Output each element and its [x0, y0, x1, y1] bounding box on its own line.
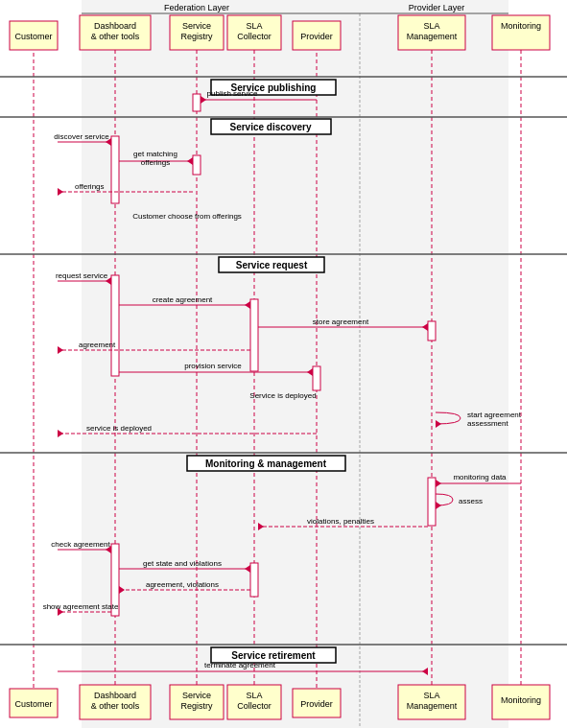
- svg-text:Dashboard: Dashboard: [94, 21, 136, 31]
- svg-text:provision service: provision service: [184, 362, 242, 370]
- svg-text:publish service: publish service: [207, 89, 258, 98]
- svg-text:offerings: offerings: [141, 158, 171, 167]
- svg-text:Provider: Provider: [300, 32, 333, 41]
- svg-text:Management: Management: [407, 701, 458, 711]
- svg-text:Service is deployed: Service is deployed: [249, 391, 316, 400]
- svg-rect-119: [170, 685, 224, 719]
- svg-rect-122: [227, 685, 281, 719]
- svg-rect-28: [492, 15, 550, 50]
- svg-marker-86: [58, 430, 63, 437]
- svg-text:Monitoring: Monitoring: [501, 21, 541, 31]
- svg-rect-17: [170, 15, 224, 50]
- svg-rect-97: [111, 544, 119, 616]
- svg-text:store agreement: store agreement: [313, 317, 369, 326]
- svg-text:get state and violations: get state and violations: [143, 559, 222, 568]
- svg-text:Service: Service: [182, 691, 211, 700]
- svg-text:check agreement: check agreement: [51, 540, 110, 549]
- svg-text:Service discovery: Service discovery: [229, 122, 311, 132]
- svg-marker-100: [106, 546, 111, 553]
- svg-text:Customer choose from offerings: Customer choose from offerings: [132, 212, 242, 221]
- svg-text:Service publishing: Service publishing: [231, 82, 317, 93]
- svg-marker-90: [436, 480, 441, 487]
- svg-rect-14: [80, 15, 151, 50]
- svg-rect-0: [82, 0, 508, 728]
- svg-rect-23: [293, 21, 341, 50]
- svg-text:monitoring data: monitoring data: [453, 473, 507, 481]
- svg-rect-127: [398, 685, 465, 719]
- svg-marker-112: [422, 668, 428, 675]
- svg-rect-70: [428, 321, 436, 341]
- svg-text:SLA: SLA: [423, 691, 439, 700]
- svg-text:assess: assess: [459, 497, 483, 505]
- svg-text:service is deployed: service is deployed: [86, 424, 152, 433]
- svg-marker-106: [119, 586, 125, 594]
- svg-rect-35: [211, 80, 336, 95]
- svg-rect-88: [428, 478, 436, 526]
- svg-text:Collector: Collector: [237, 32, 272, 41]
- svg-text:& other tools: & other tools: [91, 32, 140, 41]
- svg-marker-51: [106, 138, 111, 146]
- svg-text:start agreement: start agreement: [467, 411, 522, 419]
- svg-text:agreement, violations: agreement, violations: [146, 580, 219, 589]
- svg-text:Monitoring: Monitoring: [501, 695, 541, 705]
- svg-rect-62: [111, 275, 119, 376]
- svg-marker-47: [201, 96, 206, 104]
- svg-rect-49: [111, 136, 119, 203]
- diagram-svg: Federation Layer Provider Layer Customer…: [0, 0, 567, 728]
- svg-text:Provider Layer: Provider Layer: [409, 3, 465, 12]
- svg-text:Monitoring & management: Monitoring & management: [205, 458, 327, 469]
- svg-marker-72: [422, 323, 428, 331]
- svg-text:Customer: Customer: [14, 699, 52, 709]
- svg-text:Service request: Service request: [236, 260, 308, 270]
- svg-text:create agreement: create agreement: [153, 295, 213, 304]
- svg-text:SLA: SLA: [246, 691, 262, 700]
- svg-rect-125: [293, 689, 341, 717]
- svg-rect-39: [219, 257, 324, 272]
- svg-text:show agreement state: show agreement state: [43, 602, 119, 611]
- svg-rect-116: [80, 685, 151, 719]
- svg-marker-103: [245, 565, 250, 573]
- svg-text:get matching: get matching: [133, 150, 177, 158]
- svg-rect-130: [492, 685, 550, 719]
- svg-text:Federation Layer: Federation Layer: [164, 3, 229, 12]
- svg-rect-12: [10, 21, 58, 50]
- svg-text:Registry: Registry: [180, 32, 213, 41]
- svg-text:Collector: Collector: [237, 701, 272, 711]
- svg-rect-41: [187, 456, 345, 471]
- svg-text:agreement: agreement: [79, 341, 116, 349]
- svg-text:terminate agreement: terminate agreement: [204, 661, 276, 669]
- svg-text:Service: Service: [182, 21, 211, 31]
- svg-rect-20: [227, 15, 281, 50]
- svg-marker-79: [307, 368, 313, 376]
- svg-text:SLA: SLA: [423, 21, 439, 31]
- svg-marker-109: [58, 608, 63, 616]
- svg-text:Customer: Customer: [14, 32, 52, 41]
- svg-rect-45: [193, 94, 201, 111]
- svg-rect-53: [193, 155, 201, 175]
- svg-text:& other tools: & other tools: [91, 701, 140, 711]
- svg-rect-98: [250, 563, 258, 597]
- svg-text:discover service: discover service: [54, 132, 109, 141]
- svg-rect-37: [211, 119, 331, 134]
- svg-rect-114: [10, 689, 58, 717]
- svg-rect-25: [398, 15, 465, 50]
- svg-marker-59: [58, 188, 63, 196]
- svg-marker-68: [245, 301, 250, 309]
- svg-rect-77: [313, 366, 320, 390]
- svg-text:request service: request service: [56, 271, 108, 280]
- svg-marker-65: [106, 277, 111, 285]
- svg-text:SLA: SLA: [246, 21, 262, 31]
- svg-text:Provider: Provider: [300, 699, 333, 709]
- svg-marker-92: [436, 502, 441, 509]
- sequence-diagram: Federation Layer Provider Layer Customer…: [0, 0, 567, 728]
- svg-text:Management: Management: [407, 32, 458, 41]
- svg-rect-43: [211, 647, 336, 663]
- svg-text:Dashboard: Dashboard: [94, 691, 136, 700]
- svg-marker-95: [258, 523, 264, 530]
- svg-text:Registry: Registry: [180, 701, 213, 711]
- svg-marker-75: [58, 346, 63, 354]
- svg-text:violations, penalties: violations, penalties: [307, 517, 374, 526]
- svg-text:assessment: assessment: [467, 419, 508, 428]
- svg-rect-63: [250, 299, 258, 371]
- svg-marker-82: [436, 420, 441, 428]
